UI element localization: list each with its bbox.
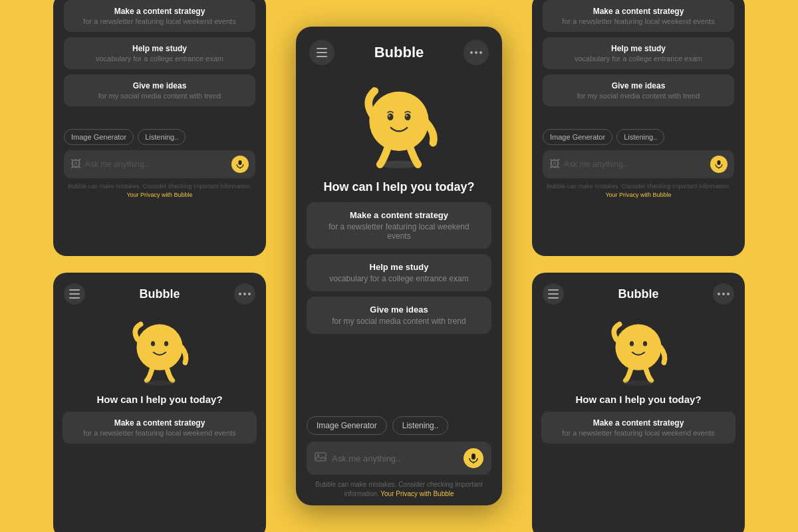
bg-tr-suggestion-title-1: Make a content strategy — [552, 7, 725, 16]
svg-point-13 — [369, 92, 428, 151]
bg-tr-input-bar[interactable]: 🖼 Ask me anything.. — [543, 150, 734, 178]
more-dots-icon — [470, 51, 482, 54]
svg-point-7 — [144, 380, 175, 386]
bg-suggestion-1[interactable]: Make a content strategy for a newsletter… — [64, 0, 255, 32]
bg-bl-hamburger-icon — [69, 289, 80, 299]
main-heading: How can I help you today? — [296, 175, 502, 202]
top-left-card: Make a content strategy for a newsletter… — [53, 0, 266, 256]
app-name: Bubble — [374, 44, 424, 61]
bg-bl-suggestion-title-1: Make a content strategy — [72, 418, 247, 428]
suggestion-sub-2: vocabulary for a college entrance exam — [317, 274, 481, 283]
bottom-left-card: Bubble — [53, 273, 266, 532]
bg-br-hamburger-icon — [548, 289, 559, 299]
svg-point-4 — [136, 325, 182, 370]
bg-tr-action-buttons: Image Generator Listening.. — [543, 129, 734, 145]
bg-tr-listening-button[interactable]: Listening.. — [616, 129, 664, 145]
svg-point-17 — [406, 115, 408, 117]
bg-tr-suggestion-1[interactable]: Make a content strategy for a newsletter… — [543, 0, 734, 32]
image-generator-button[interactable]: Image Generator — [307, 416, 387, 435]
bg-br-mascot-area — [532, 310, 745, 390]
svg-point-5 — [151, 341, 155, 346]
svg-rect-20 — [471, 454, 475, 460]
bg-tr-suggestion-title-3: Give me ideas — [552, 81, 725, 90]
bg-input-placeholder: Ask me anything.. — [85, 160, 227, 169]
bg-listening-button[interactable]: Listening.. — [138, 129, 186, 145]
bg-br-suggestion-sub-1: for a newsletter featuring local weekend… — [551, 429, 726, 437]
svg-point-16 — [388, 115, 390, 117]
bg-tr-suggestion-sub-3: for my social media content with trend — [552, 92, 725, 100]
bg-suggestion-title-3: Give me ideas — [73, 81, 246, 90]
svg-point-9 — [630, 341, 634, 346]
app-header: Bubble — [296, 27, 502, 72]
bg-br-main-heading: How can I help you today? — [532, 390, 745, 412]
bg-bl-suggestion-sub-1: for a newsletter featuring local weekend… — [72, 429, 247, 437]
suggestion-card-1[interactable]: Make a content strategy for a newsletter… — [307, 202, 491, 249]
action-buttons: Image Generator Listening.. — [307, 416, 491, 435]
bg-suggestion-2[interactable]: Help me study vocabulary for a college e… — [64, 37, 255, 69]
bg-suggestion-sub-2: vocabulary for a college entrance exam — [73, 55, 246, 63]
bg-tr-image-generator-button[interactable]: Image Generator — [543, 129, 612, 145]
bg-br-suggestion-title-1: Make a content strategy — [551, 418, 726, 428]
suggestion-title-3: Give me ideas — [317, 305, 481, 315]
bg-br-app-name: Bubble — [618, 287, 659, 301]
bg-br-suggestion-1[interactable]: Make a content strategy for a newsletter… — [541, 412, 735, 444]
bg-disclaimer: Bubble can make mistakes. Consider check… — [64, 182, 255, 199]
bg-action-buttons: Image Generator Listening.. — [64, 129, 255, 145]
mic-button[interactable] — [464, 448, 483, 468]
bg-br-mascot-icon — [605, 313, 672, 386]
bg-bl-suggestion-1[interactable]: Make a content strategy for a newsletter… — [63, 412, 257, 444]
bg-tr-suggestion-2[interactable]: Help me study vocabulary for a college e… — [543, 37, 734, 69]
microphone-icon — [469, 453, 478, 464]
bottom-right-card: Bubble How can I help you today? Make a … — [532, 273, 745, 532]
bg-suggestion-title-2: Help me study — [73, 44, 246, 53]
bg-bl-app-name: Bubble — [140, 287, 180, 301]
chat-input-bar[interactable]: Ask me anything.. — [307, 442, 491, 475]
svg-rect-0 — [239, 160, 242, 165]
privacy-link[interactable]: Your Privacy with Bubble — [380, 490, 454, 497]
image-attach-icon — [315, 452, 327, 465]
bg-tr-suggestion-title-2: Help me study — [552, 44, 725, 53]
bg-bl-mascot-area — [53, 310, 266, 390]
bg-tr-image-icon: 🖼 — [549, 158, 560, 170]
svg-point-14 — [388, 114, 394, 121]
bg-input-bar[interactable]: 🖼 Ask me anything.. — [64, 150, 255, 178]
suggestion-title-1: Make a content strategy — [317, 210, 481, 220]
bg-tr-suggestion-3[interactable]: Give me ideas for my social media conten… — [543, 74, 734, 106]
svg-point-10 — [643, 341, 647, 346]
bg-image-generator-button[interactable]: Image Generator — [64, 129, 134, 145]
bg-bl-more-icon — [239, 293, 251, 295]
bg-bl-more-button[interactable] — [234, 283, 255, 305]
svg-point-19 — [317, 454, 319, 456]
menu-button[interactable] — [309, 40, 334, 65]
svg-point-15 — [405, 114, 411, 121]
svg-point-6 — [164, 341, 168, 346]
bubble-mascot-icon — [356, 78, 442, 172]
bg-tr-mic-button[interactable] — [710, 156, 728, 173]
bg-br-more-icon — [718, 293, 730, 295]
bg-bl-menu-button[interactable] — [64, 283, 85, 305]
suggestion-card-2[interactable]: Help me study vocabulary for a college e… — [307, 254, 491, 291]
bg-suggestion-3[interactable]: Give me ideas for my social media conten… — [64, 74, 255, 106]
bg-tr-suggestion-sub-1: for a newsletter featuring local weekend… — [552, 17, 725, 25]
svg-point-11 — [623, 380, 654, 386]
bg-suggestion-title-1: Make a content strategy — [73, 7, 246, 16]
app-logo: Bubble — [374, 44, 424, 61]
bg-image-icon: 🖼 — [70, 158, 81, 170]
suggestion-card-3[interactable]: Give me ideas for my social media conten… — [307, 297, 491, 334]
bg-br-more-button[interactable] — [713, 283, 734, 305]
main-card: Bubble — [296, 27, 502, 505]
suggestion-cards-list: Make a content strategy for a newsletter… — [296, 202, 502, 334]
bg-mic-button[interactable] — [231, 156, 249, 173]
bg-br-menu-button[interactable] — [543, 283, 564, 305]
bg-suggestion-sub-3: for my social media content with trend — [73, 92, 246, 100]
suggestion-sub-1: for a newsletter featuring local weekend… — [317, 222, 481, 241]
bg-privacy-link[interactable]: Your Privacy with Bubble — [126, 192, 192, 198]
bg-tr-privacy-link[interactable]: Your Privacy with Bubble — [605, 192, 671, 198]
more-options-button[interactable] — [464, 40, 489, 65]
hamburger-icon — [317, 48, 327, 57]
bg-bl-header: Bubble — [53, 273, 266, 310]
listening-button[interactable]: Listening.. — [392, 416, 449, 435]
mascot-area — [296, 72, 502, 175]
bg-tr-disclaimer: Bubble can make mistakes. Consider check… — [543, 182, 734, 199]
svg-rect-18 — [315, 453, 326, 461]
